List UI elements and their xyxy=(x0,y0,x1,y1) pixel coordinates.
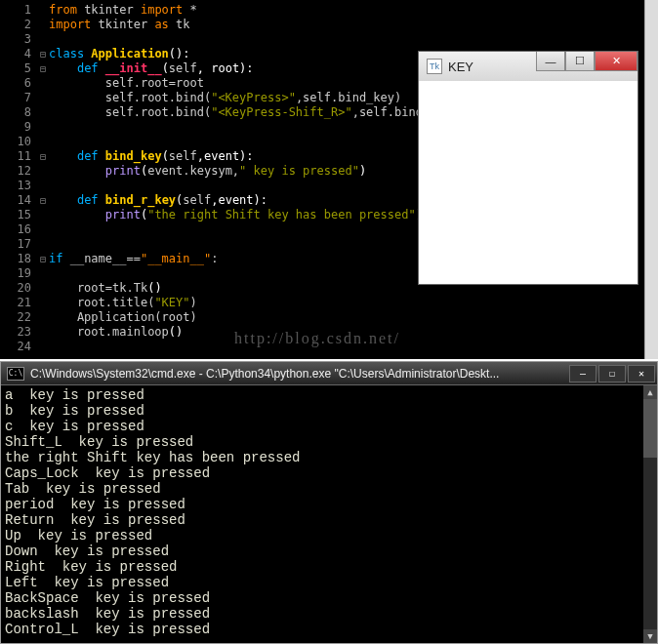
fold-marker[interactable] xyxy=(37,91,49,105)
fold-marker[interactable] xyxy=(37,208,49,222)
fold-marker[interactable] xyxy=(37,105,49,120)
fold-marker[interactable] xyxy=(37,296,49,310)
fold-marker[interactable]: ⊟ xyxy=(37,149,49,164)
fold-marker[interactable] xyxy=(37,266,49,281)
tkinter-window[interactable]: Tk KEY — ☐ ✕ xyxy=(418,51,638,285)
line-number: 3 xyxy=(0,32,31,47)
cmd-maximize-button[interactable]: ☐ xyxy=(598,365,626,382)
cmd-scrollbar[interactable]: ▲ ▼ xyxy=(643,385,657,643)
fold-marker[interactable]: ⊟ xyxy=(37,252,49,266)
line-number: 6 xyxy=(0,76,31,91)
cmd-window[interactable]: C:\ C:\Windows\System32\cmd.exe - C:\Pyt… xyxy=(0,361,658,644)
line-number: 19 xyxy=(0,266,31,281)
line-number: 16 xyxy=(0,222,31,237)
fold-marker[interactable] xyxy=(37,281,49,296)
line-number: 4 xyxy=(0,47,31,61)
cmd-close-button[interactable]: ✕ xyxy=(628,365,655,382)
fold-marker[interactable] xyxy=(37,340,49,354)
fold-marker[interactable] xyxy=(37,164,49,179)
fold-marker[interactable] xyxy=(37,18,49,32)
fold-marker[interactable] xyxy=(37,135,49,149)
line-number: 12 xyxy=(0,164,31,179)
tkinter-client-area[interactable] xyxy=(419,81,637,284)
minimize-button[interactable]: — xyxy=(536,52,565,71)
line-number: 5 xyxy=(0,61,31,76)
scroll-up-icon[interactable]: ▲ xyxy=(643,385,657,399)
line-number: 7 xyxy=(0,91,31,105)
line-number: 9 xyxy=(0,120,31,135)
fold-marker[interactable]: ⊟ xyxy=(37,61,49,76)
line-number-gutter: 123456789101112131415161718192021222324 xyxy=(0,0,37,359)
scroll-thumb[interactable] xyxy=(643,399,657,458)
line-number: 20 xyxy=(0,281,31,296)
line-number: 13 xyxy=(0,179,31,193)
close-button[interactable]: ✕ xyxy=(595,52,637,71)
fold-marker[interactable] xyxy=(37,222,49,237)
code-line[interactable]: from tkinter import * xyxy=(49,3,658,18)
line-number: 22 xyxy=(0,310,31,325)
line-number: 21 xyxy=(0,296,31,310)
fold-marker[interactable] xyxy=(37,179,49,193)
cmd-title-text: C:\Windows\System32\cmd.exe - C:\Python3… xyxy=(30,367,569,381)
line-number: 8 xyxy=(0,105,31,120)
line-number: 17 xyxy=(0,237,31,252)
cmd-icon: C:\ xyxy=(7,367,24,381)
fold-marker[interactable]: ⊟ xyxy=(37,47,49,61)
line-number: 1 xyxy=(0,3,31,18)
code-line[interactable] xyxy=(49,340,658,354)
code-line[interactable]: root.mainloop() xyxy=(49,325,658,340)
code-line[interactable]: root.title("KEY") xyxy=(49,296,658,310)
tkinter-titlebar[interactable]: Tk KEY — ☐ ✕ xyxy=(419,52,637,81)
line-number: 14 xyxy=(0,193,31,208)
line-number: 10 xyxy=(0,135,31,149)
tkinter-window-title: KEY xyxy=(448,60,473,74)
line-number: 2 xyxy=(0,18,31,32)
scroll-down-icon[interactable]: ▼ xyxy=(643,629,657,643)
cmd-minimize-button[interactable]: — xyxy=(569,365,596,382)
fold-marker[interactable] xyxy=(37,76,49,91)
line-number: 11 xyxy=(0,149,31,164)
code-line[interactable] xyxy=(49,32,658,47)
line-number: 24 xyxy=(0,340,31,354)
line-number: 18 xyxy=(0,252,31,266)
maximize-button[interactable]: ☐ xyxy=(565,52,595,71)
code-line[interactable]: import tkinter as tk xyxy=(49,18,658,32)
fold-marker[interactable] xyxy=(37,237,49,252)
editor-scrollbar[interactable] xyxy=(644,0,658,359)
cmd-output[interactable]: a key is pressed b key is pressed c key … xyxy=(1,385,643,643)
fold-column[interactable]: ⊟⊟⊟⊟⊟ xyxy=(37,0,49,359)
cmd-titlebar[interactable]: C:\ C:\Windows\System32\cmd.exe - C:\Pyt… xyxy=(1,362,657,385)
line-number: 23 xyxy=(0,325,31,340)
fold-marker[interactable] xyxy=(37,325,49,340)
fold-marker[interactable] xyxy=(37,3,49,18)
fold-marker[interactable]: ⊟ xyxy=(37,193,49,208)
fold-marker[interactable] xyxy=(37,310,49,325)
fold-marker[interactable] xyxy=(37,120,49,135)
code-line[interactable]: Application(root) xyxy=(49,310,658,325)
fold-marker[interactable] xyxy=(37,32,49,47)
python-icon: Tk xyxy=(427,59,442,74)
line-number: 15 xyxy=(0,208,31,222)
